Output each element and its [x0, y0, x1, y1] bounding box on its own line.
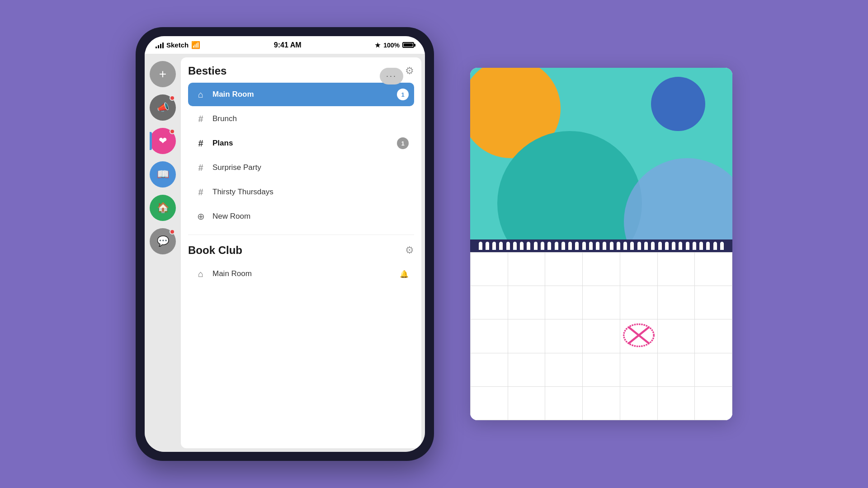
calendar-panel: [470, 68, 732, 420]
channel-list: Besties ⚙ ⌂ Main Room 1: [181, 57, 421, 448]
cal-cell-r5c5: [620, 387, 658, 420]
cal-cell-r1c2: [508, 253, 546, 286]
spiral-tooth: [477, 240, 484, 251]
cal-cell-r2c7: [695, 286, 732, 319]
room-new-room[interactable]: ⊕ New Room: [188, 205, 414, 228]
cal-cell-r4c6: [658, 353, 695, 387]
room-book-club-main[interactable]: ⌂ Main Room 🔔: [188, 262, 414, 286]
spiral-tooth: [691, 240, 698, 251]
sidebar-icon-chat[interactable]: 💬: [150, 228, 176, 254]
sidebar-icon-add[interactable]: +: [150, 61, 176, 87]
plans-label: Plans: [212, 139, 397, 148]
spiral-tooth: [539, 240, 546, 251]
spiral-tooth: [636, 240, 642, 251]
cal-cell-r2c6: [658, 286, 695, 319]
book-club-main-label: Main Room: [212, 269, 400, 278]
room-main-room[interactable]: ⌂ Main Room 1: [188, 83, 414, 106]
besties-settings-icon[interactable]: ⚙: [405, 65, 414, 77]
brunch-icon: #: [193, 112, 208, 126]
spiral-tooth: [546, 240, 552, 251]
spiral-tooth: [609, 240, 615, 251]
cal-cell-r1c6: [658, 253, 695, 286]
spiral-tooth: [581, 240, 587, 251]
spiral-tooth: [519, 240, 525, 251]
phone-mockup: Sketch 📶 9:41 AM ★ 100% +: [136, 27, 434, 461]
app-content: + 📣 ❤ 📖 🏠: [145, 54, 425, 452]
more-options-button[interactable]: ···: [380, 68, 403, 84]
cal-cell-r2c4: [583, 286, 620, 319]
room-plans[interactable]: # Plans 1: [188, 131, 414, 155]
cal-cell-r4c2: [508, 353, 546, 387]
main-room-badge: 1: [397, 89, 409, 100]
cal-cell-r4c1: [471, 353, 508, 387]
spiral-tooth: [601, 240, 608, 251]
cal-cell-r3c3: [545, 319, 583, 353]
book-club-home-icon: ⌂: [198, 269, 203, 279]
cal-cell-r5c3: [545, 387, 583, 420]
new-room-label: New Room: [212, 212, 409, 221]
sidebar-icon-heart[interactable]: ❤: [150, 128, 176, 154]
home-room-icon: ⌂: [198, 89, 203, 100]
room-surprise-party[interactable]: # Surprise Party: [188, 156, 414, 179]
cal-cell-r1c7: [695, 253, 732, 286]
book-club-main-icon: ⌂: [193, 267, 208, 281]
cal-cell-r1c3: [545, 253, 583, 286]
carrier-label: Sketch: [166, 41, 189, 49]
cal-cell-r5c6: [658, 387, 695, 420]
spiral-tooth: [650, 240, 656, 251]
spiral-tooth: [594, 240, 601, 251]
spiral-tooth: [533, 240, 539, 251]
cal-cell-r4c5: [620, 353, 658, 387]
spiral-tooth: [588, 240, 594, 251]
cal-cell-r3c1: [471, 319, 508, 353]
group-divider: [188, 235, 414, 235]
cal-cell-r4c4: [583, 353, 620, 387]
status-right: ★ 100%: [375, 42, 414, 49]
cal-cell-r1c5: [620, 253, 658, 286]
brunch-label: Brunch: [212, 114, 409, 123]
cal-cell-r3c6: [658, 319, 695, 353]
spiral-teeth: [475, 240, 728, 251]
phone-screen: Sketch 📶 9:41 AM ★ 100% +: [145, 36, 425, 452]
room-brunch[interactable]: # Brunch: [188, 107, 414, 131]
plans-badge: 1: [397, 137, 409, 149]
cal-cell-r2c3: [545, 286, 583, 319]
plans-icon: #: [193, 136, 208, 150]
banner-circle-blue-large: [624, 158, 732, 239]
calendar-grid: [470, 252, 732, 420]
time-display: 9:41 AM: [274, 41, 302, 49]
spiral-tooth: [698, 240, 704, 251]
main-room-icon: ⌂: [193, 87, 208, 102]
cal-cell-r1c4: [583, 253, 620, 286]
sidebar-icon-home[interactable]: 🏠: [150, 195, 176, 221]
mute-icon: 🔔: [400, 270, 409, 278]
group-book-club: Book Club ⚙ ⌂ Main Room 🔔: [181, 237, 421, 290]
cal-cell-r3c2: [508, 319, 546, 353]
spiral-tooth: [705, 240, 711, 251]
cal-cell-r4c3: [545, 353, 583, 387]
spiral-tooth: [664, 240, 670, 251]
spiral-tooth: [560, 240, 566, 251]
sidebar-icon-book[interactable]: 📖: [150, 161, 176, 188]
home-icon: 🏠: [157, 202, 169, 214]
spiral-tooth: [622, 240, 628, 251]
group-book-club-header: Book Club ⚙: [188, 244, 414, 257]
notification-icon: 📣: [157, 102, 169, 113]
spiral-binding: [470, 239, 732, 252]
more-dots-icon: ···: [386, 71, 397, 80]
book-club-settings-icon[interactable]: ⚙: [405, 244, 414, 256]
banner-circle-blue-small: [651, 77, 705, 131]
cal-cell-r3c4: [583, 319, 620, 353]
bluetooth-icon: ★: [375, 42, 381, 49]
sidebar-icon-notifications[interactable]: 📣: [150, 94, 176, 121]
group-book-club-name: Book Club: [188, 244, 242, 257]
heart-icon: ❤: [159, 135, 167, 147]
thirsty-thursdays-icon: #: [193, 185, 208, 199]
spiral-tooth: [525, 240, 532, 251]
sidebar: + 📣 ❤ 📖 🏠: [145, 54, 181, 452]
x-mark: [621, 319, 657, 353]
spiral-tooth: [657, 240, 663, 251]
spiral-tooth: [719, 240, 725, 251]
spiral-tooth: [643, 240, 649, 251]
room-thirsty-thursdays[interactable]: # Thirsty Thursdays: [188, 180, 414, 204]
